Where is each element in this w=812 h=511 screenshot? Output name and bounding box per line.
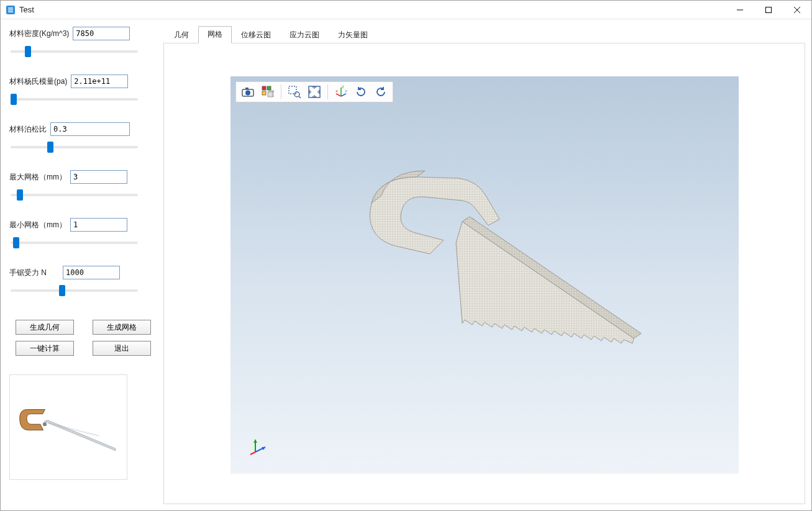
model-preview (9, 374, 127, 480)
param-label: 最大网格（mm） (9, 172, 66, 183)
exit-button[interactable]: 退出 (93, 341, 151, 356)
app-icon (6, 5, 16, 15)
axis-icon[interactable]: ZXY (332, 83, 350, 101)
viewport-3d[interactable]: ZXY (230, 76, 739, 474)
close-button[interactable] (783, 1, 811, 19)
title-bar: Test (1, 1, 811, 19)
toolbar-separator-icon (281, 84, 281, 99)
param-label: 材料泊松比 (9, 124, 47, 135)
svg-rect-6 (245, 88, 249, 89)
param-label: 手锯受力 N (9, 268, 47, 278)
svg-text:Z: Z (342, 85, 344, 89)
svg-rect-7 (262, 86, 266, 90)
svg-rect-1 (766, 7, 772, 12)
young-slider[interactable] (11, 93, 138, 106)
generate-geometry-button[interactable]: 生成几何 (16, 320, 74, 335)
svg-rect-8 (267, 86, 271, 90)
parameters-panel: 材料密度(Kg/m^3) 材料杨氏模量(pa) 材料泊松比 (9, 27, 157, 504)
svg-rect-9 (262, 91, 266, 95)
svg-text:Y: Y (345, 89, 347, 93)
maximize-button[interactable] (754, 1, 783, 19)
param-label: 最小网格（mm） (9, 220, 66, 230)
param-density: 材料密度(Kg/m^3) (9, 27, 157, 60)
viewport-toolbar: ZXY (235, 81, 393, 102)
param-label: 材料密度(Kg/m^3) (9, 29, 69, 39)
tab-force[interactable]: 力矢量图 (329, 27, 377, 43)
rotate-cw-icon[interactable] (352, 83, 370, 101)
param-min-mesh: 最小网格（mm） (9, 218, 157, 251)
generate-mesh-button[interactable]: 生成网格 (93, 320, 151, 335)
force-input[interactable] (63, 266, 120, 279)
max-mesh-slider[interactable] (11, 189, 138, 201)
axis-triad-icon (249, 436, 268, 455)
svg-point-2 (43, 422, 47, 426)
window-title: Test (19, 5, 34, 14)
young-input[interactable] (71, 75, 128, 88)
svg-text:X: X (335, 89, 338, 93)
tab-content: ZXY (163, 43, 805, 504)
tab-disp[interactable]: 位移云图 (232, 27, 280, 43)
zoom-area-icon[interactable] (285, 83, 304, 101)
minimize-button[interactable] (726, 1, 754, 19)
param-force: 手锯受力 N (9, 266, 157, 299)
mesh-model (323, 152, 646, 376)
svg-point-11 (294, 92, 299, 97)
force-slider[interactable] (11, 284, 138, 297)
density-input[interactable] (73, 27, 130, 40)
tab-geom[interactable]: 几何 (165, 27, 198, 43)
tab-stress[interactable]: 应力云图 (280, 27, 329, 43)
right-panel: 几何 网格 位移云图 应力云图 力矢量图 (163, 27, 805, 504)
max-mesh-input[interactable] (70, 170, 127, 184)
param-label: 材料杨氏模量(pa) (9, 76, 67, 87)
tab-mesh[interactable]: 网格 (198, 26, 232, 43)
tabs: 几何 网格 位移云图 应力云图 力矢量图 (165, 27, 805, 43)
param-poisson: 材料泊松比 (9, 122, 157, 155)
camera-icon[interactable] (239, 83, 257, 101)
param-young: 材料杨氏模量(pa) (9, 75, 157, 107)
min-mesh-input[interactable] (70, 218, 127, 232)
poisson-input[interactable] (50, 122, 130, 136)
min-mesh-slider[interactable] (11, 237, 138, 249)
app-window: Test 材料密度(Kg/m^3) 材料杨氏模量(pa) (0, 0, 812, 511)
toolbar-separator-icon (327, 84, 328, 99)
client-area: 材料密度(Kg/m^3) 材料杨氏模量(pa) 材料泊松比 (1, 19, 811, 510)
rotate-ccw-icon[interactable] (372, 83, 390, 101)
svg-point-5 (245, 90, 250, 95)
density-slider[interactable] (11, 45, 138, 58)
multi-view-icon[interactable] (258, 83, 277, 101)
action-buttons: 生成几何 生成网格 一键计算 退出 (9, 320, 157, 356)
poisson-slider[interactable] (11, 141, 138, 153)
param-max-mesh: 最大网格（mm） (9, 170, 157, 203)
compute-button[interactable]: 一键计算 (16, 341, 74, 356)
fit-view-icon[interactable] (305, 83, 324, 101)
